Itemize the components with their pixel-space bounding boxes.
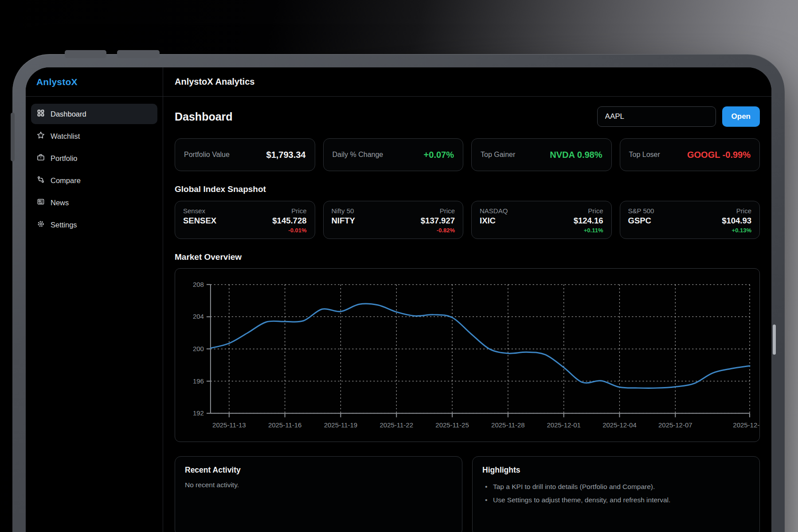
index-change: +0.11%	[480, 227, 603, 234]
index-section-title: Global Index Snapshot	[175, 184, 760, 194]
sidebar-item-compare[interactable]: Compare	[31, 170, 157, 191]
price-column-label: Price	[588, 207, 603, 215]
recent-activity-empty: No recent activity.	[185, 481, 452, 489]
sidebar-item-label: Watchlist	[51, 132, 80, 141]
svg-text:204: 204	[193, 313, 204, 320]
recent-activity-title: Recent Activity	[185, 466, 452, 475]
highlight-item: Tap a KPI to drill into details (Portfol…	[482, 480, 750, 493]
kpi-card-top-gainer[interactable]: Top Gainer NVDA 0.98%	[471, 138, 612, 171]
svg-text:2025-12-01: 2025-12-01	[547, 421, 581, 429]
kpi-value: NVDA 0.98%	[550, 150, 602, 160]
sidebar-item-news[interactable]: News	[31, 192, 157, 213]
kpi-card-top-loser[interactable]: Top Loser GOOGL -0.99%	[620, 138, 760, 171]
sidebar-item-settings[interactable]: Settings	[31, 215, 157, 235]
index-symbol: IXIC	[480, 216, 496, 226]
ticker-search-group: Open	[597, 106, 760, 127]
sidebar-item-label: Settings	[51, 221, 77, 229]
svg-text:2025-11-19: 2025-11-19	[324, 421, 357, 429]
svg-text:192: 192	[193, 409, 204, 417]
volume-down-button	[117, 50, 160, 58]
svg-text:2025-12-11: 2025-12-11	[733, 421, 759, 429]
kpi-value: $1,793.34	[266, 150, 306, 160]
tablet-device-frame: AnlystoX Dashboard	[12, 54, 785, 532]
index-card-nifty[interactable]: Nifty 50 Price NIFTY $137.927 -0.82%	[323, 201, 464, 239]
svg-text:2025-11-22: 2025-11-22	[380, 421, 413, 429]
price-column-label: Price	[291, 207, 306, 215]
sidebar-nav: Dashboard Watchlist	[26, 97, 163, 242]
svg-text:2025-11-16: 2025-11-16	[268, 421, 301, 429]
open-button[interactable]: Open	[722, 106, 760, 127]
main-area: AnlystoX Analytics Dashboard Open Portfo…	[163, 67, 771, 532]
screen: AnlystoX Dashboard	[26, 67, 771, 532]
price-column-label: Price	[736, 207, 751, 215]
kpi-value: GOOGL -0.99%	[687, 150, 751, 160]
index-symbol: GSPC	[628, 216, 651, 226]
dashboard-content: Dashboard Open Portfolio Value $1,793.34…	[163, 97, 771, 532]
highlights-panel: Highlights Tap a KPI to drill into detai…	[472, 456, 760, 532]
briefcase-icon	[37, 153, 45, 163]
kpi-card-portfolio-value[interactable]: Portfolio Value $1,793.34	[175, 138, 315, 171]
highlight-item: Use Settings to adjust theme, density, a…	[482, 493, 750, 507]
sidebar-header: AnlystoX	[26, 67, 163, 97]
index-card-sensex[interactable]: Sensex Price SENSEX $145.728 -0.01%	[175, 201, 315, 239]
index-symbol: NIFTY	[332, 216, 355, 226]
kpi-label: Daily % Change	[332, 151, 383, 159]
svg-text:2025-11-28: 2025-11-28	[491, 421, 524, 429]
svg-text:2025-11-25: 2025-11-25	[435, 421, 469, 429]
grid-icon	[37, 109, 45, 119]
index-symbol: SENSEX	[183, 216, 216, 226]
index-price: $145.728	[272, 216, 306, 226]
app-logo: AnlystoX	[36, 77, 78, 87]
kpi-value: +0.07%	[424, 150, 454, 160]
side-button	[11, 113, 15, 161]
sidebar-item-label: Dashboard	[51, 110, 86, 118]
recent-activity-panel: Recent Activity No recent activity.	[175, 456, 462, 532]
index-name: Nifty 50	[332, 207, 354, 215]
page-title: Dashboard	[175, 110, 233, 123]
sidebar-item-portfolio[interactable]: Portfolio	[31, 148, 157, 168]
kpi-row: Portfolio Value $1,793.34 Daily % Change…	[175, 138, 760, 171]
ticker-search-input[interactable]	[597, 106, 716, 127]
svg-text:2025-12-07: 2025-12-07	[658, 421, 692, 429]
sidebar: AnlystoX Dashboard	[26, 67, 163, 532]
volume-up-button	[65, 50, 106, 58]
star-icon	[37, 131, 45, 141]
index-card-sp500[interactable]: S&P 500 Price GSPC $104.93 +0.13%	[620, 201, 760, 239]
highlights-list: Tap a KPI to drill into details (Portfol…	[482, 480, 750, 507]
index-change: -0.01%	[183, 227, 307, 234]
kpi-label: Portfolio Value	[184, 151, 230, 159]
app-header-title: AnlystoX Analytics	[175, 77, 254, 87]
gear-icon	[37, 220, 45, 230]
line-chart: 1921962002042082025-11-132025-11-162025-…	[175, 269, 759, 442]
kpi-label: Top Gainer	[481, 151, 515, 159]
index-change: -0.82%	[332, 227, 455, 234]
index-card-row: Sensex Price SENSEX $145.728 -0.01% Nift…	[175, 201, 760, 239]
sidebar-item-label: Compare	[51, 176, 81, 185]
sidebar-item-watchlist[interactable]: Watchlist	[31, 126, 157, 146]
sidebar-item-label: Portfolio	[51, 154, 78, 163]
svg-text:196: 196	[193, 377, 204, 385]
index-name: NASDAQ	[480, 207, 508, 215]
svg-text:2025-11-13: 2025-11-13	[212, 421, 246, 429]
index-change: +0.13%	[628, 227, 752, 234]
price-column-label: Price	[440, 207, 455, 215]
svg-text:200: 200	[193, 345, 204, 352]
kpi-card-daily-change[interactable]: Daily % Change +0.07%	[323, 138, 464, 171]
power-button	[773, 325, 776, 355]
index-name: S&P 500	[628, 207, 654, 215]
index-card-nasdaq[interactable]: NASDAQ Price IXIC $124.16 +0.11%	[471, 201, 612, 239]
bottom-panels: Recent Activity No recent activity. High…	[175, 456, 760, 532]
highlights-title: Highlights	[482, 466, 750, 475]
index-price: $104.93	[722, 216, 751, 226]
market-overview-chart: 1921962002042082025-11-132025-11-162025-…	[175, 268, 760, 442]
chart-section-title: Market Overview	[175, 252, 760, 262]
page-header-row: Dashboard Open	[175, 106, 760, 127]
svg-text:2025-12-04: 2025-12-04	[602, 421, 637, 429]
svg-text:208: 208	[193, 281, 204, 288]
index-name: Sensex	[183, 207, 205, 215]
sidebar-item-label: News	[51, 199, 69, 207]
kpi-label: Top Loser	[629, 151, 660, 159]
sidebar-item-dashboard[interactable]: Dashboard	[31, 104, 157, 124]
top-bar: AnlystoX Analytics	[163, 67, 771, 97]
newspaper-icon	[37, 198, 45, 207]
